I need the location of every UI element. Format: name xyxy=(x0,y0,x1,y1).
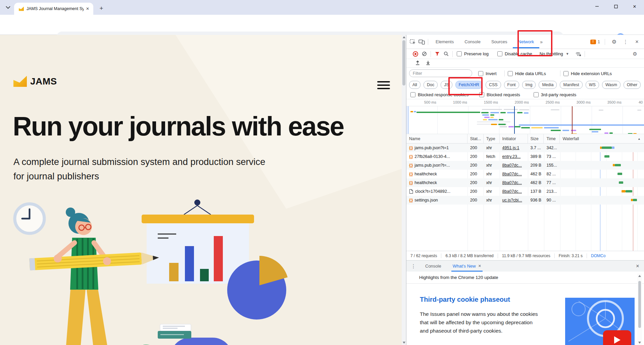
option-checkbox-2[interactable]: 3rd-party requests xyxy=(534,92,577,97)
waterfall-cell xyxy=(560,161,644,170)
table-row[interactable]: {;}settings.json200xhruc.js?cbi...936 B9… xyxy=(406,196,644,205)
devtools-tab-sources[interactable]: Sources xyxy=(486,35,513,48)
new-tab-button[interactable]: + xyxy=(97,4,106,13)
window-minimize-button[interactable] xyxy=(588,0,606,13)
network-overview[interactable] xyxy=(406,106,644,134)
whats-new-video-thumbnail[interactable] xyxy=(565,298,635,345)
whats-new-article-title[interactable]: Third-party cookie phaseout xyxy=(420,296,510,303)
overview-gridline xyxy=(468,106,468,134)
filter-input[interactable] xyxy=(409,69,472,77)
filter-chip-doc[interactable]: Doc xyxy=(424,81,438,89)
table-row[interactable]: {;}healthcheck200xhr8ba07dc...462 B77 ..… xyxy=(406,178,644,187)
overview-bar xyxy=(609,132,613,134)
page-menu-button[interactable] xyxy=(377,81,390,89)
option-checkbox-0[interactable]: Blocked response cookies xyxy=(410,92,468,97)
search-network-button[interactable] xyxy=(442,50,450,58)
filter-chip-css[interactable]: CSS xyxy=(486,81,501,89)
tab-close-icon[interactable]: ✕ xyxy=(85,6,91,12)
page-scrollbar[interactable] xyxy=(402,35,406,345)
column-header-waterfall[interactable]: Waterfall▲ xyxy=(560,134,644,143)
devtools-tab-elements[interactable]: Elements xyxy=(430,35,459,48)
scroll-up-icon[interactable] xyxy=(637,274,642,278)
whats-new-header-text: Highlights from the Chrome 120 update xyxy=(419,275,498,280)
filter-chip-manifest[interactable]: Manifest xyxy=(560,81,582,89)
initiator-link[interactable]: 8ba07dc... xyxy=(502,189,522,194)
inspect-element-button[interactable] xyxy=(408,38,417,46)
more-tabs-icon[interactable]: » xyxy=(540,39,543,45)
preserve-log-checkbox[interactable]: Preserve log xyxy=(457,51,489,56)
disable-cache-checkbox[interactable]: Disable cache xyxy=(497,51,532,56)
table-row[interactable]: clock?t=1704892...200xhr8ba07dc...137 B2… xyxy=(406,187,644,196)
browser-tab[interactable]: JAMS Journal Management Syst ✕ xyxy=(14,3,93,15)
devtools-settings-button[interactable]: ⚙ xyxy=(610,38,618,46)
initiator-link[interactable]: 8ba07dc... xyxy=(502,163,522,168)
youtube-play-button[interactable] xyxy=(603,330,631,345)
scroll-down-icon[interactable] xyxy=(402,340,406,345)
table-row[interactable]: {;}27fb26a8-0130-4...200fetchentry.23...… xyxy=(406,152,644,161)
initiator-link[interactable]: uc.js?cbi... xyxy=(502,198,522,203)
hide-data-urls-checkbox[interactable]: Hide data URLs xyxy=(508,71,546,76)
devtools-close-button[interactable]: ✕ xyxy=(633,38,641,46)
devtools-menu-button[interactable]: ⋮ xyxy=(621,38,630,46)
window-close-button[interactable]: ✕ xyxy=(625,0,644,13)
waterfall-cell xyxy=(560,152,644,161)
browser-tab-strip: JAMS Journal Management Syst ✕ + ✕ xyxy=(0,0,644,15)
table-row[interactable]: {;}jams.pub.json?t=...200xhr8ba07dc...20… xyxy=(406,161,644,170)
summary-segment-4[interactable]: DOMCo xyxy=(587,253,609,258)
initiator-link[interactable]: entry.23... xyxy=(502,154,521,159)
filter-chip-js[interactable]: JS xyxy=(441,81,452,89)
hide-extension-urls-checkbox[interactable]: Hide extension URLs xyxy=(563,71,612,76)
json-icon: {;} xyxy=(409,180,412,185)
option-checkbox-1[interactable]: Blocked requests xyxy=(479,92,520,97)
record-network-log-button[interactable] xyxy=(411,50,420,58)
type-cell: xhr xyxy=(484,187,500,196)
filter-chip-img[interactable]: Img xyxy=(522,81,536,89)
site-logo[interactable]: JAMS xyxy=(13,76,57,87)
status-cell: 200 xyxy=(467,161,484,170)
initiator-link[interactable]: 4951.js:1 xyxy=(502,146,519,150)
column-header-size[interactable]: Size xyxy=(528,134,544,143)
column-header-name[interactable]: Name xyxy=(406,134,467,143)
initiator-link[interactable]: 8ba07dc... xyxy=(502,180,522,185)
filter-chip-fetch-xhr[interactable]: Fetch/XHR xyxy=(455,81,483,89)
filter-chip-font[interactable]: Font xyxy=(504,81,519,89)
scroll-down-icon[interactable] xyxy=(637,340,642,345)
initiator-link[interactable]: 8ba07dc... xyxy=(502,172,522,176)
devtools-tab-console[interactable]: Console xyxy=(459,35,486,48)
network-conditions-button[interactable] xyxy=(574,50,583,58)
filter-chip-all[interactable]: All xyxy=(409,81,420,89)
invert-checkbox[interactable]: Invert xyxy=(478,71,497,76)
filter-chip-ws[interactable]: WS xyxy=(586,81,599,89)
window-maximize-button[interactable] xyxy=(606,0,625,13)
throttling-dropdown[interactable]: No throttling ▼ xyxy=(540,51,569,56)
drawer-scrollbar[interactable] xyxy=(637,274,642,345)
filter-chip-wasm[interactable]: Wasm xyxy=(602,81,621,89)
devtools-tab-network[interactable]: Network xyxy=(513,35,540,48)
tab-search-button[interactable] xyxy=(3,3,13,12)
issues-badge[interactable]: ! 1 xyxy=(590,39,600,44)
clear-network-log-button[interactable] xyxy=(420,50,429,58)
drawer-tab-what-s-new[interactable]: What's New✕ xyxy=(451,261,483,272)
page-scrollbar-thumb[interactable] xyxy=(402,40,405,85)
filter-toggle-button[interactable] xyxy=(433,50,442,58)
time-cell: 77 ... xyxy=(544,178,560,187)
drawer-menu-button[interactable]: ⋮ xyxy=(409,262,418,271)
drawer-tab-console[interactable]: Console xyxy=(424,261,443,272)
scroll-up-icon[interactable] xyxy=(402,35,406,40)
drawer-scrollbar-thumb[interactable] xyxy=(638,281,641,328)
device-toolbar-button[interactable] xyxy=(417,38,426,46)
import-har-button[interactable] xyxy=(415,60,420,66)
type-cell: xhr xyxy=(484,178,500,187)
filter-chip-media[interactable]: Media xyxy=(539,81,557,89)
filter-chip-other[interactable]: Other xyxy=(624,81,641,89)
tab-close-icon[interactable]: ✕ xyxy=(478,264,481,268)
network-settings-button[interactable]: ⚙ xyxy=(631,50,639,58)
column-header-initiator[interactable]: Initiator xyxy=(500,134,528,143)
column-header-stat[interactable]: Stat... xyxy=(467,134,484,143)
table-row[interactable]: {;}healthcheck200xhr8ba07dc...462 B82 ..… xyxy=(406,170,644,178)
column-header-time[interactable]: Time xyxy=(544,134,560,143)
table-row[interactable]: {;}jams.pub.json?t=1200xhr4951.js:13.7 .… xyxy=(406,143,644,152)
export-har-button[interactable] xyxy=(426,60,431,66)
column-header-type[interactable]: Type xyxy=(484,134,500,143)
drawer-close-button[interactable]: ✕ xyxy=(633,262,642,271)
